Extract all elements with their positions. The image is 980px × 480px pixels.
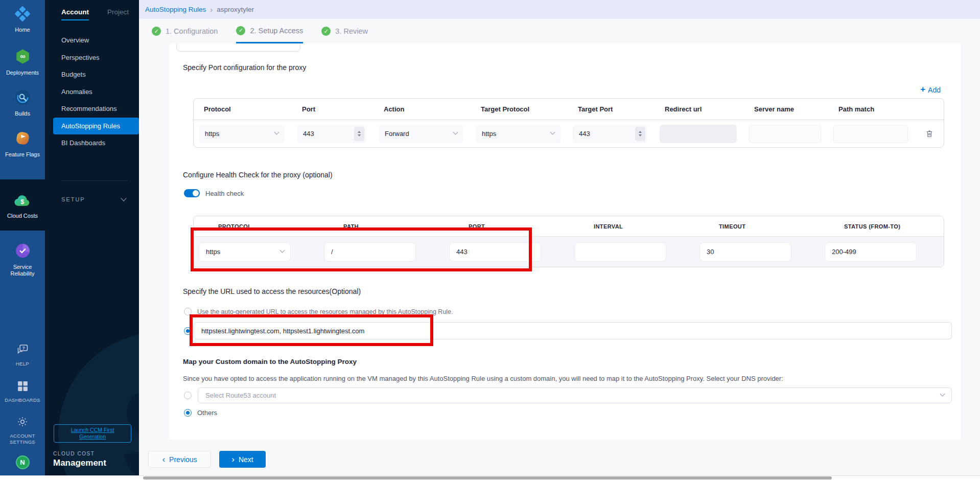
target-protocol-select[interactable]: https: [476, 125, 561, 143]
port-config-table: Protocol Port Action Target Protocol Tar…: [193, 98, 944, 148]
help-icon: ?: [16, 344, 29, 357]
sidebar-item-label: Home: [2, 27, 43, 33]
target-port-input[interactable]: [573, 130, 635, 138]
route53-radio[interactable]: [184, 392, 192, 399]
breadcrumb-parent-link[interactable]: AutoStopping Rules: [145, 6, 206, 13]
auto-url-radio[interactable]: [184, 308, 192, 315]
col-redirect-url: Redirect url: [655, 105, 744, 113]
cloud-costs-icon: $: [14, 194, 31, 209]
custom-url-radio[interactable]: [184, 327, 192, 335]
nav-item-perspectives[interactable]: Perspectives: [45, 49, 139, 66]
dashboards-icon: [17, 380, 29, 394]
hc-interval-input[interactable]: [575, 248, 666, 256]
col-hc-timeout: TIMEOUT: [694, 223, 820, 230]
toggle-label: Health check: [205, 190, 244, 197]
add-port-row-button[interactable]: + Add: [920, 85, 941, 95]
sidebar-item-home[interactable]: Home: [0, 6, 45, 33]
target-port-field: [573, 125, 647, 143]
nav-item-bi-dashboards[interactable]: BI Dashboards: [45, 134, 139, 152]
nav-item-anomalies[interactable]: Anomalies: [45, 83, 139, 101]
trash-icon: [925, 129, 934, 138]
scrolled-field-remnant: [176, 43, 300, 52]
port-table-header: Protocol Port Action Target Protocol Tar…: [194, 99, 944, 120]
nav-item-autostopping-rules[interactable]: AutoStopping Rules: [53, 118, 139, 135]
hc-protocol-select[interactable]: https: [199, 242, 291, 262]
health-check-table: PROTOCOL PATH PORT INTERVAL TIMEOUT STAT…: [193, 216, 944, 267]
sidebar-item-help[interactable]: ? HELP: [0, 344, 45, 367]
hc-path-field: [324, 242, 416, 262]
hc-port-input[interactable]: [450, 248, 541, 256]
step-review[interactable]: ✓ 3. Review: [321, 19, 368, 43]
server-name-input[interactable]: [750, 130, 821, 138]
hc-timeout-input[interactable]: [700, 248, 791, 256]
sidebar-item-builds[interactable]: Builds: [0, 89, 45, 117]
svg-text:$: $: [20, 198, 24, 205]
dns-section-heading: Map your Custom domain to the AutoStoppi…: [183, 358, 357, 365]
dns-section-description: Since you have opted to access the appli…: [183, 375, 783, 382]
hc-status-input[interactable]: [825, 248, 916, 256]
number-stepper[interactable]: [354, 127, 364, 141]
sidebar-item-dashboards[interactable]: DASHBOARDS: [0, 380, 45, 403]
step-label: 2. Setup Access: [250, 27, 303, 35]
setup-section-toggle[interactable]: SETUP: [45, 196, 139, 202]
delete-row-button[interactable]: [915, 129, 944, 138]
action-select[interactable]: Forward: [379, 125, 463, 143]
port-input[interactable]: [297, 130, 354, 138]
nav-item-overview[interactable]: Overview: [45, 32, 139, 49]
number-stepper[interactable]: [635, 127, 645, 141]
harness-logo-icon: [15, 6, 30, 23]
tab-account[interactable]: Account: [61, 8, 89, 20]
others-radio[interactable]: [184, 409, 192, 417]
redirect-url-input[interactable]: [660, 125, 737, 143]
scrollbar-thumb[interactable]: [143, 476, 832, 479]
check-circle-icon: ✓: [236, 26, 245, 35]
col-hc-protocol: PROTOCOL: [194, 223, 319, 230]
next-button[interactable]: › Next: [219, 451, 266, 468]
deployments-icon: ∞: [15, 49, 31, 66]
launch-ccm-first-gen-button[interactable]: Launch CCM First Generation: [54, 424, 131, 443]
route53-select[interactable]: Select Route53 account: [198, 387, 952, 403]
sidebar-item-account-settings[interactable]: ACCOUNT SETTINGS: [0, 416, 45, 445]
add-label: Add: [928, 86, 941, 94]
toggle-knob: [193, 190, 199, 196]
setup-label: SETUP: [61, 196, 85, 202]
module-sidebar: $ Account Project Overview Perspectives …: [45, 0, 139, 475]
protocol-select[interactable]: https: [199, 125, 285, 143]
sidebar-item-cloud-costs[interactable]: $ Cloud Costs: [0, 179, 45, 231]
chevron-left-icon: ‹: [162, 456, 165, 463]
auto-url-option: Use the auto-generated URL to access the…: [184, 308, 453, 315]
app-window: Home ∞ Deployments Builds Feature Flags …: [0, 0, 980, 480]
custom-url-input[interactable]: [194, 322, 952, 339]
nav-item-recommendations[interactable]: Recommendations: [45, 100, 139, 118]
hc-status-field: [825, 242, 917, 262]
path-match-input[interactable]: [834, 130, 907, 138]
avatar-initial: N: [20, 459, 25, 466]
svg-text:∞: ∞: [20, 52, 25, 60]
tab-project[interactable]: Project: [107, 8, 129, 20]
horizontal-scrollbar[interactable]: [0, 475, 980, 480]
main-content: AutoStopping Rules › asproxytyler ✓ 1. C…: [139, 0, 980, 475]
sidebar-item-feature-flags[interactable]: Feature Flags: [0, 130, 45, 158]
user-avatar[interactable]: N: [16, 455, 30, 469]
col-protocol: Protocol: [194, 105, 292, 113]
previous-button[interactable]: ‹ Previous: [148, 451, 211, 468]
sidebar-item-label: Deployments: [2, 70, 43, 76]
chevron-down-icon: [550, 130, 555, 135]
breadcrumb-separator-icon: ›: [210, 5, 213, 14]
health-check-toggle[interactable]: [184, 189, 200, 197]
hc-port-field: [449, 242, 541, 262]
hc-path-input[interactable]: [324, 248, 415, 256]
chevron-down-icon: [121, 195, 126, 201]
col-hc-status: STATUS (FROM-TO): [820, 223, 944, 230]
col-port: Port: [292, 105, 374, 113]
brand-name: Management: [53, 458, 132, 468]
step-label: 1. Configuration: [166, 27, 218, 35]
sidebar-item-label: DASHBOARDS: [5, 397, 40, 403]
step-setup-access[interactable]: ✓ 2. Setup Access: [236, 19, 303, 43]
nav-item-budgets[interactable]: Budgets: [45, 66, 139, 83]
sidebar-item-service-reliability[interactable]: Service Reliability: [0, 243, 45, 277]
col-hc-port: PORT: [444, 223, 569, 230]
step-configuration[interactable]: ✓ 1. Configuration: [152, 19, 218, 43]
sidebar-item-label: Feature Flags: [2, 151, 43, 158]
sidebar-item-deployments[interactable]: ∞ Deployments: [0, 49, 45, 76]
